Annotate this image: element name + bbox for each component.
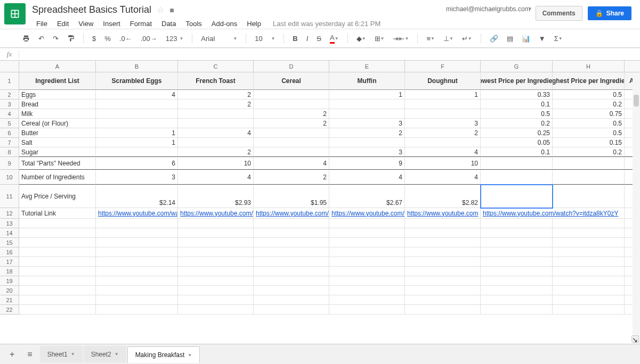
header-cell-G[interactable]: Lowest Price per Ingredient [481,72,553,90]
cell-empty[interactable] [481,305,553,315]
cell-G2[interactable]: 0.33 [481,90,553,100]
cell-empty[interactable] [405,267,481,276]
cell-empty[interactable] [96,305,178,315]
menu-tools[interactable]: Tools [181,19,206,29]
cell-empty[interactable] [481,295,553,305]
all-sheets-button[interactable]: ≡ [22,346,37,362]
sheet-tab-sheet1[interactable]: Sheet1▼ [40,346,83,362]
cell-empty[interactable] [553,286,625,295]
sheet-tab-sheet2[interactable]: Sheet2▼ [84,346,126,362]
cell-empty[interactable] [19,276,96,286]
borders-icon[interactable]: ⊞ ▼ [371,32,388,45]
strikethrough-icon[interactable]: S [313,32,325,45]
row-header-22[interactable]: 22 [0,305,19,315]
cell-F3[interactable] [405,100,481,109]
row-header-3[interactable]: 3 [0,100,19,109]
cell-grid[interactable]: Ingredient ListScrambled EggsFrench Toas… [19,72,640,344]
format-123-dropdown[interactable]: 123 ▼ [163,32,187,45]
header-cell-A[interactable]: Ingredient List [19,72,96,90]
cell-G12[interactable]: https://www.youtube.com/watch?v=itdza8kY… [481,208,625,219]
cell-empty[interactable] [329,219,405,228]
cell-empty[interactable] [96,257,178,267]
select-all-corner[interactable] [0,61,19,72]
scroll-corner-icon[interactable]: ↘ [631,335,639,343]
col-header-A[interactable]: A [19,61,96,72]
cell-empty[interactable] [254,267,329,276]
font-size-dropdown[interactable]: 10 ▼ [252,32,278,45]
cell-C7[interactable] [178,138,254,147]
sheet-tab-making-breakfast[interactable]: Making Breakfast▼ [127,346,200,363]
row-header-8[interactable]: 8 [0,147,19,157]
cell-empty[interactable] [553,295,625,305]
inc-decimal-icon[interactable]: .00→ [137,32,160,45]
cell-empty[interactable] [405,247,481,257]
cell-empty[interactable] [329,228,405,238]
cell-empty[interactable] [481,267,553,276]
link-icon[interactable]: 🔗 [487,32,501,45]
row-header-12[interactable]: 12 [0,208,19,219]
cell-B8[interactable] [96,147,178,157]
cell-B12[interactable]: https://www.youtube.com/wa [96,208,178,219]
cell-empty[interactable] [481,276,553,286]
cell-F12[interactable]: https://www.youtube.com [405,208,481,219]
font-dropdown[interactable]: Arial ▼ [198,32,240,45]
cell-empty[interactable] [405,238,481,247]
cell-C10[interactable]: 4 [178,170,254,185]
cell-H10[interactable] [553,170,625,185]
cell-empty[interactable] [329,286,405,295]
cell-empty[interactable] [254,257,329,267]
cell-A8[interactable]: Sugar [19,147,96,157]
cell-C5[interactable] [178,119,254,128]
cell-F7[interactable] [405,138,481,147]
cell-D5[interactable]: 2 [254,119,329,128]
cell-empty[interactable] [481,247,553,257]
cell-A11[interactable]: Avg Price / Serving [19,185,96,208]
cell-empty[interactable] [19,267,96,276]
add-sheet-button[interactable]: + [4,346,20,362]
cell-D10[interactable]: 2 [254,170,329,185]
cell-A10[interactable]: Number of Ingredients [19,170,96,185]
cell-C4[interactable] [178,109,254,119]
col-header-C[interactable]: C [178,61,254,72]
cell-empty[interactable] [19,219,96,228]
cell-empty[interactable] [481,257,553,267]
row-header-18[interactable]: 18 [0,267,19,276]
cell-empty[interactable] [96,286,178,295]
cell-empty[interactable] [405,257,481,267]
cell-B10[interactable]: 3 [96,170,178,185]
cell-empty[interactable] [178,305,254,315]
cell-D8[interactable] [254,147,329,157]
print-icon[interactable] [19,32,33,44]
last-edit[interactable]: Last edit was yesterday at 6:21 PM [273,20,380,28]
row-header-16[interactable]: 16 [0,247,19,257]
cell-empty[interactable] [178,238,254,247]
bold-icon[interactable]: B [289,32,301,45]
cell-B2[interactable]: 4 [96,90,178,100]
row-header-4[interactable]: 4 [0,109,19,119]
cell-E4[interactable] [329,109,405,119]
cell-empty[interactable] [481,238,553,247]
cell-A7[interactable]: Salt [19,138,96,147]
cell-empty[interactable] [254,247,329,257]
menu-data[interactable]: Data [157,19,180,29]
cell-C3[interactable]: 2 [178,100,254,109]
cell-empty[interactable] [553,267,625,276]
cell-empty[interactable] [254,286,329,295]
cell-empty[interactable] [553,238,625,247]
cell-empty[interactable] [178,219,254,228]
cell-A6[interactable]: Butter [19,128,96,138]
cell-B4[interactable] [96,109,178,119]
menu-add-ons[interactable]: Add-ons [207,19,241,29]
row-header-10[interactable]: 10 [0,170,19,185]
cell-G9[interactable] [481,157,553,170]
star-icon[interactable]: ☆ [157,5,164,15]
menu-help[interactable]: Help [242,19,265,29]
document-title[interactable]: Spreadsheet Basics Tutorial [32,4,151,15]
cell-empty[interactable] [405,276,481,286]
row-header-1[interactable]: 1 [0,72,19,90]
cell-H8[interactable]: 0.2 [553,147,625,157]
cell-G8[interactable]: 0.1 [481,147,553,157]
cell-E10[interactable]: 4 [329,170,405,185]
cell-empty[interactable] [481,286,553,295]
fill-color-icon[interactable]: ◆ ▼ [353,32,369,45]
